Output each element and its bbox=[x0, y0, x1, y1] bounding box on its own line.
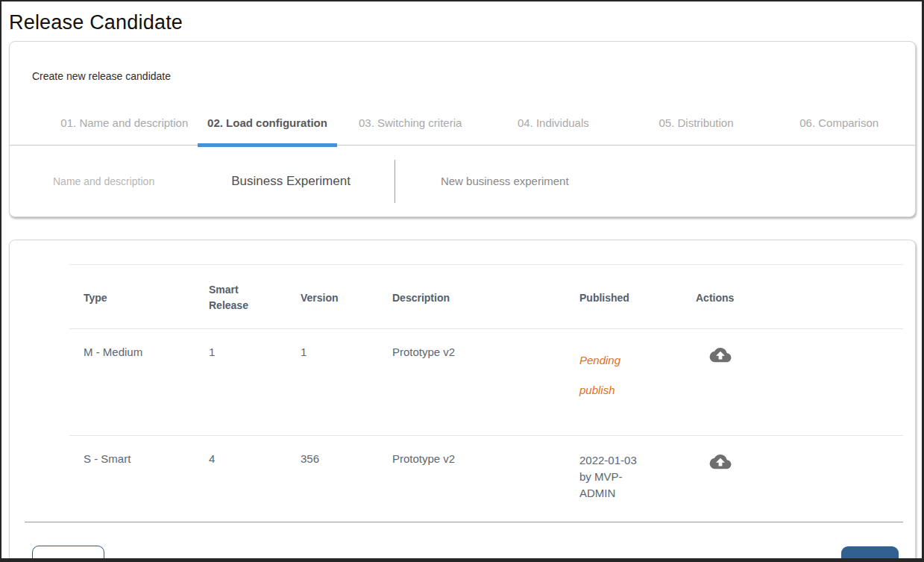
column-header-description: Description bbox=[392, 265, 579, 329]
column-header-type: Type bbox=[69, 265, 209, 329]
tab-individuals[interactable]: 04. Individuals bbox=[482, 112, 625, 145]
configurations-table: Type Smart Release Version Description P… bbox=[69, 264, 903, 522]
cell-actions bbox=[696, 436, 903, 522]
publish-button[interactable] bbox=[708, 346, 732, 363]
cloud-upload-icon bbox=[708, 346, 732, 363]
wizard-footer: Cancel Next bbox=[10, 522, 915, 562]
column-header-actions: Actions bbox=[696, 265, 903, 329]
cell-smart-release: 4 bbox=[209, 436, 301, 522]
tab-switching-criteria[interactable]: 03. Switching criteria bbox=[339, 112, 482, 145]
status-badge: Pending publish bbox=[579, 346, 647, 405]
cell-version: 1 bbox=[301, 329, 392, 436]
wizard-step-tabs: 01. Name and description 02. Load config… bbox=[10, 112, 915, 146]
tab-comparison[interactable]: 06. Comparison bbox=[767, 112, 911, 145]
column-header-smart-release: Smart Release bbox=[209, 265, 301, 329]
subnav-item-name-and-description[interactable]: Name and description bbox=[53, 175, 154, 187]
cell-type: S - Smart bbox=[69, 436, 209, 522]
cell-actions bbox=[696, 329, 903, 436]
publish-button[interactable] bbox=[708, 452, 732, 470]
column-header-version: Version bbox=[301, 265, 392, 329]
cell-description: Prototype v2 bbox=[392, 436, 579, 522]
cell-description: Prototype v2 bbox=[392, 329, 579, 436]
table-row: S - Smart 4 356 Prototype v2 2022-01-03 … bbox=[69, 436, 903, 522]
wizard-intro-text: Create new release candidate bbox=[10, 42, 915, 82]
configurations-card: Type Smart Release Version Description P… bbox=[9, 240, 916, 562]
cell-published: Pending publish bbox=[579, 329, 696, 436]
next-button[interactable]: Next bbox=[841, 546, 899, 562]
page-title: Release Candidate bbox=[9, 11, 922, 34]
table-row: M - Medium 1 1 Prototype v2 Pending publ… bbox=[69, 329, 903, 436]
cell-smart-release: 1 bbox=[209, 329, 301, 436]
tab-name-and-description[interactable]: 01. Name and description bbox=[53, 112, 196, 145]
app-window: Release Candidate Create new release can… bbox=[0, 0, 924, 562]
cell-published: 2022-01-03 by MVP-ADMIN bbox=[579, 436, 696, 522]
tab-distribution[interactable]: 05. Distribution bbox=[625, 112, 768, 145]
wizard-card: Create new release candidate 01. Name an… bbox=[9, 41, 916, 217]
load-config-subnav: Name and description Business Experiment… bbox=[10, 146, 915, 216]
subnav-divider bbox=[395, 160, 395, 203]
cancel-button[interactable]: Cancel bbox=[32, 546, 104, 562]
published-date: 2022-01-03 by MVP-ADMIN bbox=[579, 452, 647, 502]
cloud-upload-icon bbox=[708, 452, 732, 470]
column-header-published: Published bbox=[579, 265, 696, 329]
subnav-item-business-experiment[interactable]: Business Experiment bbox=[231, 174, 351, 189]
cell-type: M - Medium bbox=[69, 329, 209, 436]
subnav-item-new-business-experiment[interactable]: New business experiment bbox=[441, 175, 569, 187]
tab-load-configuration[interactable]: 02. Load configuration bbox=[196, 112, 339, 145]
cell-version: 356 bbox=[301, 436, 392, 522]
table-header-row: Type Smart Release Version Description P… bbox=[69, 265, 903, 329]
